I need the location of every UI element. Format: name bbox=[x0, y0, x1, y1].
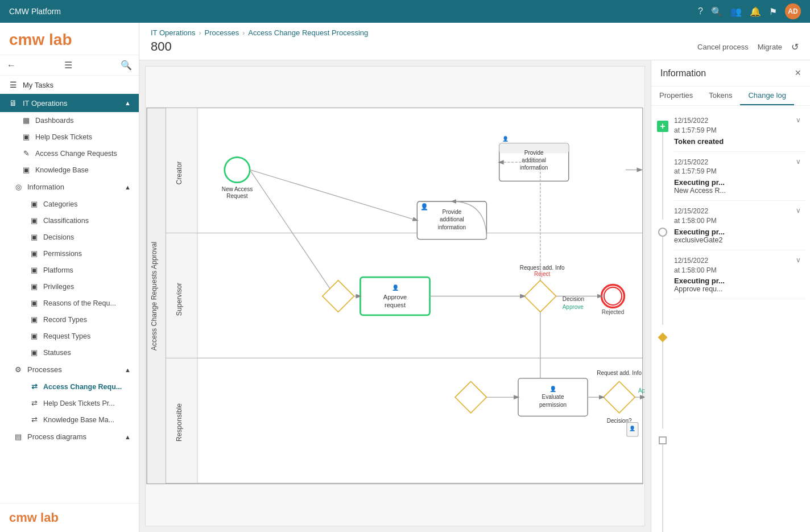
sidebar-bottom-logo: cmw lab bbox=[0, 503, 139, 532]
permissions-label: Permissions bbox=[43, 250, 82, 258]
breadcrumb-it-operations[interactable]: IT Operations bbox=[151, 28, 196, 37]
migrate-button[interactable]: Migrate bbox=[758, 43, 782, 51]
tl-subtitle-3: Approve requ... bbox=[674, 285, 801, 293]
sidebar-item-dashboards[interactable]: ▦ Dashboards bbox=[0, 112, 139, 129]
information-arrow: ▲ bbox=[125, 184, 131, 191]
search-icon[interactable]: 🔍 bbox=[711, 6, 722, 17]
svg-text:information: information bbox=[438, 224, 466, 230]
sidebar-item-categories[interactable]: ▣ Categories bbox=[0, 196, 139, 212]
sidebar-item-privileges[interactable]: ▣ Privileges bbox=[0, 278, 139, 295]
access-change-requ-icon: ⇄ bbox=[30, 382, 39, 391]
help-icon[interactable]: ? bbox=[698, 6, 703, 17]
tl-date-0: 12/15/2022 bbox=[674, 116, 717, 126]
knowledge-base-icon: ▣ bbox=[22, 166, 31, 174]
sidebar-item-access-change[interactable]: ✎ Access Change Requests bbox=[0, 145, 139, 162]
bell-icon[interactable]: 🔔 bbox=[750, 6, 761, 17]
sidebar-item-platforms[interactable]: ▣ Platforms bbox=[0, 262, 139, 278]
users-icon[interactable]: 👥 bbox=[730, 6, 742, 17]
history-icon[interactable]: ↺ bbox=[791, 42, 799, 52]
svg-text:information: information bbox=[520, 164, 548, 171]
categories-icon: ▣ bbox=[30, 200, 39, 208]
svg-text:👤: 👤 bbox=[629, 425, 636, 432]
sidebar-item-knowledge-base-ma[interactable]: ⇄ Knowledge Base Ma... bbox=[0, 411, 139, 428]
sidebar-item-processes[interactable]: ⚙ Processes ▲ bbox=[0, 361, 139, 378]
sidebar-search-icon[interactable]: 🔍 bbox=[121, 60, 132, 71]
sidebar-item-access-change-requ[interactable]: ⇄ Access Change Requ... bbox=[0, 378, 139, 395]
svg-text:permission: permission bbox=[539, 402, 567, 408]
process-diagrams-icon: ▤ bbox=[14, 432, 23, 441]
tl-entry-content-1: 12/15/2022 at 1:57:59 PM ∨ Executing pr.… bbox=[674, 152, 805, 201]
tl-chevron-0[interactable]: ∨ bbox=[796, 116, 801, 124]
sidebar-item-reasons[interactable]: ▣ Reasons of the Requ... bbox=[0, 295, 139, 311]
svg-text:Rejected: Rejected bbox=[602, 309, 624, 315]
help-desk-label: Help Desk Tickets bbox=[35, 133, 92, 141]
content-area: IT Operations › Processes › Access Chang… bbox=[139, 23, 810, 532]
sidebar-item-request-types[interactable]: ▣ Request Types bbox=[0, 328, 139, 344]
svg-text:Request add. Info: Request add. Info bbox=[597, 370, 642, 376]
dashboards-icon: ▦ bbox=[22, 116, 31, 125]
sidebar-item-my-tasks[interactable]: ☰ My Tasks bbox=[0, 76, 139, 94]
timeline-vline-3 bbox=[662, 341, 663, 428]
information-label: Information bbox=[27, 183, 64, 191]
sidebar-item-record-types[interactable]: ▣ Record Types bbox=[0, 311, 139, 328]
knowledge-base-ma-icon: ⇄ bbox=[30, 415, 39, 424]
sidebar-item-help-desk-pr[interactable]: ⇄ Help Desk Tickets Pr... bbox=[0, 395, 139, 411]
sidebar-item-it-operations[interactable]: 🖥 IT Operations ▲ bbox=[0, 94, 139, 112]
right-panel: Information × Properties Tokens Change l… bbox=[651, 60, 810, 532]
tl-chevron-3[interactable]: ∨ bbox=[796, 256, 801, 264]
tl-chevron-2[interactable]: ∨ bbox=[796, 207, 801, 215]
sidebar-item-process-diagrams[interactable]: ▤ Process diagrams ▲ bbox=[0, 428, 139, 446]
svg-text:👤: 👤 bbox=[502, 135, 509, 142]
tab-properties[interactable]: Properties bbox=[651, 86, 701, 105]
breadcrumb-processes[interactable]: Processes bbox=[205, 28, 239, 37]
record-types-icon: ▣ bbox=[30, 315, 39, 324]
panel-title: Information bbox=[660, 68, 706, 79]
svg-text:Supervisor: Supervisor bbox=[175, 283, 183, 316]
tab-tokens[interactable]: Tokens bbox=[701, 86, 740, 105]
sidebar-item-decisions[interactable]: ▣ Decisions bbox=[0, 229, 139, 245]
dashboards-label: Dashboards bbox=[35, 117, 73, 125]
sidebar: cmw lab ← ☰ 🔍 ☰ My Tasks 🖥 IT Operations… bbox=[0, 23, 139, 532]
access-change-requ-label: Access Change Requ... bbox=[43, 383, 122, 391]
collapse-sidebar-icon[interactable]: ← bbox=[7, 60, 16, 71]
timeline-vline-2 bbox=[662, 237, 663, 324]
access-change-icon: ✎ bbox=[22, 149, 31, 158]
timeline-icon-rect bbox=[659, 436, 667, 444]
user-avatar[interactable]: AD bbox=[785, 3, 801, 19]
knowledge-base-ma-label: Knowledge Base Ma... bbox=[43, 416, 114, 424]
timeline-vline-1 bbox=[662, 132, 663, 220]
sidebar-item-permissions[interactable]: ▣ Permissions bbox=[0, 245, 139, 262]
main-container: cmw lab ← ☰ 🔍 ☰ My Tasks 🖥 IT Operations… bbox=[0, 23, 810, 532]
timeline: + bbox=[651, 106, 810, 532]
panel-close-button[interactable]: × bbox=[795, 67, 801, 79]
sidebar-item-information[interactable]: ◎ Information ▲ bbox=[0, 178, 139, 196]
help-desk-icon: ▣ bbox=[22, 133, 31, 141]
bottom-logo-accent: lab bbox=[40, 510, 59, 525]
tl-time-1: at 1:57:59 PM bbox=[674, 167, 717, 176]
sidebar-item-help-desk[interactable]: ▣ Help Desk Tickets bbox=[0, 129, 139, 145]
statuses-icon: ▣ bbox=[30, 348, 39, 357]
tl-chevron-1[interactable]: ∨ bbox=[796, 158, 801, 166]
svg-text:Request add. Info: Request add. Info bbox=[520, 265, 565, 271]
content-header: IT Operations › Processes › Access Chang… bbox=[139, 23, 810, 60]
bpmn-diagram: Access Change Requests Approval Creator … bbox=[146, 67, 644, 526]
breadcrumb-sep-1: › bbox=[199, 29, 201, 37]
header-actions: Cancel process Migrate ↺ bbox=[697, 42, 799, 52]
record-types-label: Record Types bbox=[43, 316, 87, 324]
sidebar-item-statuses[interactable]: ▣ Statuses bbox=[0, 344, 139, 361]
tab-change-log[interactable]: Change log bbox=[740, 86, 794, 105]
svg-point-12 bbox=[225, 157, 250, 182]
tl-entry-content-0: 12/15/2022 at 1:57:59 PM ∨ Token created bbox=[674, 110, 805, 152]
svg-text:Provide: Provide bbox=[442, 209, 461, 215]
cancel-process-button[interactable]: Cancel process bbox=[697, 43, 749, 51]
svg-text:Evaluate: Evaluate bbox=[542, 394, 564, 400]
svg-rect-9 bbox=[166, 358, 643, 483]
help-desk-pr-label: Help Desk Tickets Pr... bbox=[43, 399, 115, 407]
flag-icon[interactable]: ⚑ bbox=[769, 6, 777, 17]
sidebar-item-classifications[interactable]: ▣ Classifications bbox=[0, 212, 139, 229]
list-view-icon[interactable]: ☰ bbox=[64, 60, 72, 71]
bottom-logo: cmw lab bbox=[9, 510, 130, 525]
diagram-area: Access Change Requests Approval Creator … bbox=[145, 66, 645, 526]
timeline-icon-plus: + bbox=[657, 121, 668, 132]
sidebar-item-knowledge-base[interactable]: ▣ Knowledge Base bbox=[0, 162, 139, 178]
